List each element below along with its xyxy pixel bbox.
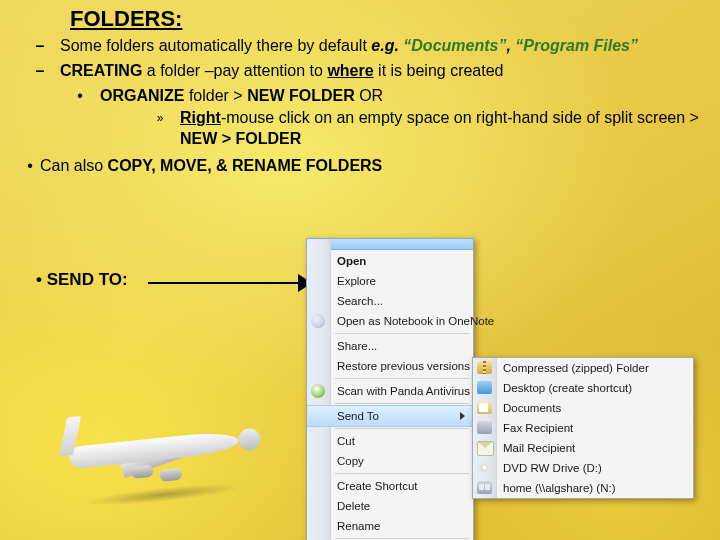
menu-item-scan[interactable]: Scan with Panda Antivirus 2008 bbox=[307, 381, 473, 401]
bullet-3: ORGANIZE folder > NEW FOLDER OR bbox=[100, 86, 383, 107]
slide-body: – Some folders automatically there by de… bbox=[20, 36, 700, 177]
menu-item-send-to[interactable]: Send To bbox=[307, 405, 473, 427]
menu-item-rename[interactable]: Rename bbox=[307, 516, 473, 536]
onenote-icon bbox=[311, 314, 325, 328]
bullet-4: Right-mouse click on an empty space on r… bbox=[180, 108, 700, 150]
bullet-dot: • bbox=[60, 86, 100, 107]
desktop-icon bbox=[477, 381, 492, 394]
menu-title-bar bbox=[306, 238, 474, 250]
menu-item-copy[interactable]: Copy bbox=[307, 451, 473, 471]
send-to-label: • SEND TO: bbox=[36, 270, 128, 290]
context-menu-main: Open Explore Search... Open as Notebook … bbox=[306, 238, 474, 540]
bullet-1: Some folders automatically there by defa… bbox=[60, 36, 700, 57]
fax-icon bbox=[477, 421, 492, 434]
chevron-right-icon bbox=[460, 412, 465, 420]
bullet-dash: – bbox=[20, 61, 60, 82]
slide-title: FOLDERS: bbox=[70, 6, 182, 32]
bullet-dot: • bbox=[20, 156, 40, 177]
menu-item-share[interactable]: Share... bbox=[307, 336, 473, 356]
bullet-copy: Can also COPY, MOVE, & RENAME FOLDERS bbox=[40, 156, 382, 177]
bullet-dash: – bbox=[20, 36, 60, 57]
arrow-annotation bbox=[148, 278, 312, 288]
bullet-chevron: » bbox=[140, 108, 180, 150]
menu-item-restore[interactable]: Restore previous versions bbox=[307, 356, 473, 376]
menu-item-open[interactable]: Open bbox=[307, 251, 473, 271]
send-to-zip[interactable]: Compressed (zipped) Folder bbox=[473, 358, 693, 378]
context-menu-send-to: Compressed (zipped) Folder Desktop (crea… bbox=[472, 357, 694, 499]
antivirus-icon bbox=[311, 384, 325, 398]
bullet-2: CREATING a folder –pay attention to wher… bbox=[60, 61, 700, 82]
documents-icon bbox=[477, 401, 492, 414]
zip-folder-icon bbox=[477, 361, 492, 374]
send-to-dvd[interactable]: DVD RW Drive (D:) bbox=[473, 458, 693, 478]
menu-item-explore[interactable]: Explore bbox=[307, 271, 473, 291]
send-to-mail[interactable]: Mail Recipient bbox=[473, 438, 693, 458]
network-drive-icon bbox=[477, 481, 492, 494]
menu-item-delete[interactable]: Delete bbox=[307, 496, 473, 516]
send-to-fax[interactable]: Fax Recipient bbox=[473, 418, 693, 438]
send-to-network[interactable]: home (\\algshare) (N:) bbox=[473, 478, 693, 498]
send-to-desktop[interactable]: Desktop (create shortcut) bbox=[473, 378, 693, 398]
menu-item-onenote[interactable]: Open as Notebook in OneNote bbox=[307, 311, 473, 331]
menu-item-shortcut[interactable]: Create Shortcut bbox=[307, 476, 473, 496]
dvd-drive-icon bbox=[477, 461, 492, 474]
send-to-documents[interactable]: Documents bbox=[473, 398, 693, 418]
menu-item-search[interactable]: Search... bbox=[307, 291, 473, 311]
mail-icon bbox=[477, 441, 494, 456]
menu-item-cut[interactable]: Cut bbox=[307, 431, 473, 451]
airplane-image bbox=[52, 370, 263, 510]
